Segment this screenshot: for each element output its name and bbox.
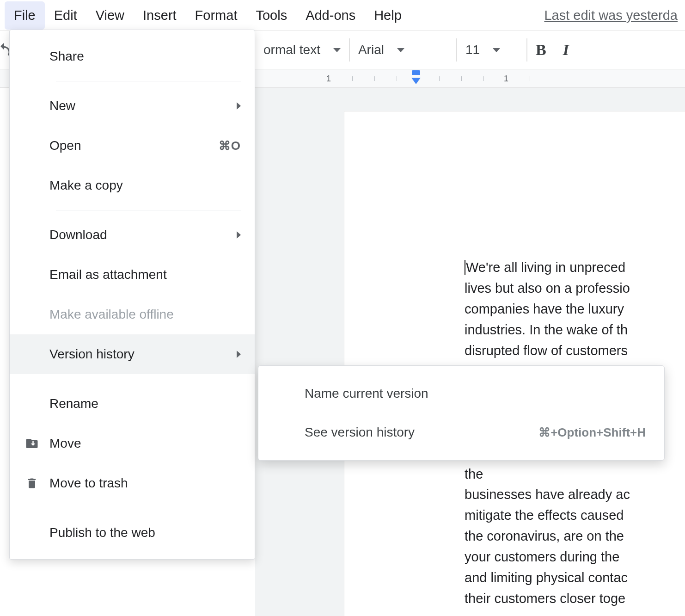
submenu-arrow-icon [237,102,241,110]
menu-item-rename[interactable]: Rename [10,384,255,424]
menu-file[interactable]: File [5,1,45,30]
first-line-indent-marker[interactable] [412,70,420,75]
menu-item-open[interactable]: Open ⌘O [10,126,255,166]
left-indent-marker[interactable] [411,78,421,84]
bold-button[interactable]: B [527,31,555,69]
last-edit-link[interactable]: Last edit was yesterda [544,8,680,23]
menu-view[interactable]: View [86,1,134,30]
submenu-item-see-version-history[interactable]: See version history ⌘+Option+Shift+H [258,413,664,452]
menu-item-share[interactable]: Share [10,37,255,76]
menu-item-rename-label: Rename [49,396,241,411]
font-size-value: 11 [465,43,480,57]
ruler-tick-1-left: 1 [326,74,331,83]
menu-item-make-copy[interactable]: Make a copy [10,166,255,205]
menu-item-move-label: Move [49,436,241,451]
menu-item-download[interactable]: Download [10,215,255,255]
version-history-submenu: Name current version See version history… [258,365,665,461]
menu-edit[interactable]: Edit [45,1,86,30]
menu-item-new-label: New [49,99,227,113]
font-size-select[interactable]: 11 [457,31,526,69]
font-label: Arial [358,43,384,57]
menu-item-publish-web[interactable]: Publish to the web [10,513,255,553]
menu-item-email-attachment-label: Email as attachment [49,267,241,282]
menu-item-make-copy-label: Make a copy [49,178,241,193]
paragraph-style-label: ormal text [263,43,320,57]
submenu-item-see-version-history-shortcut: ⌘+Option+Shift+H [538,425,646,440]
menu-item-move[interactable]: Move [10,424,255,463]
italic-icon: I [563,41,569,59]
document-paragraph-2[interactable]: nes the businesses have already ac mitig… [465,446,630,606]
submenu-item-name-current-version-label: Name current version [305,386,646,401]
menu-bar: File Edit View Insert Format Tools Add-o… [0,0,685,31]
bold-icon: B [536,41,546,59]
submenu-arrow-icon [237,231,241,239]
move-icon [24,437,40,450]
menu-item-download-label: Download [49,228,227,242]
file-menu-dropdown: Share New Open ⌘O Make a copy Download E… [9,30,255,560]
menu-addons[interactable]: Add-ons [296,1,365,30]
menu-tools[interactable]: Tools [246,1,296,30]
chevron-down-icon [333,48,341,52]
menu-insert[interactable]: Insert [134,1,186,30]
chevron-down-icon [493,48,500,52]
menu-format[interactable]: Format [186,1,247,30]
menu-item-make-offline: Make available offline [10,295,255,334]
menu-item-publish-web-label: Publish to the web [49,525,241,540]
menu-item-share-label: Share [49,49,241,64]
menu-item-version-history-label: Version history [49,347,227,362]
submenu-item-name-current-version[interactable]: Name current version [258,374,664,413]
menu-item-new[interactable]: New [10,86,255,126]
menu-item-email-attachment[interactable]: Email as attachment [10,255,255,295]
menu-item-version-history[interactable]: Version history [10,334,255,374]
ruler-tick-1-right: 1 [504,74,508,83]
menu-item-make-offline-label: Make available offline [49,307,241,322]
menu-item-open-label: Open [49,138,209,153]
font-select[interactable]: Arial [350,31,456,69]
submenu-item-see-version-history-label: See version history [305,425,527,440]
italic-button[interactable]: I [555,31,577,69]
menu-item-open-shortcut: ⌘O [219,139,241,153]
paragraph-style-select[interactable]: ormal text [255,31,349,69]
menu-item-move-trash[interactable]: Move to trash [10,463,255,503]
chevron-down-icon [397,48,404,52]
document-canvas: We're all living in unpreced lives but a… [255,88,685,616]
menu-help[interactable]: Help [365,1,411,30]
submenu-arrow-icon [237,351,241,358]
menu-item-move-trash-label: Move to trash [49,476,241,491]
document-page[interactable]: We're all living in unpreced lives but a… [344,111,685,616]
document-paragraph-1[interactable]: We're all living in unpreced lives but a… [465,260,630,358]
trash-icon [24,477,40,490]
